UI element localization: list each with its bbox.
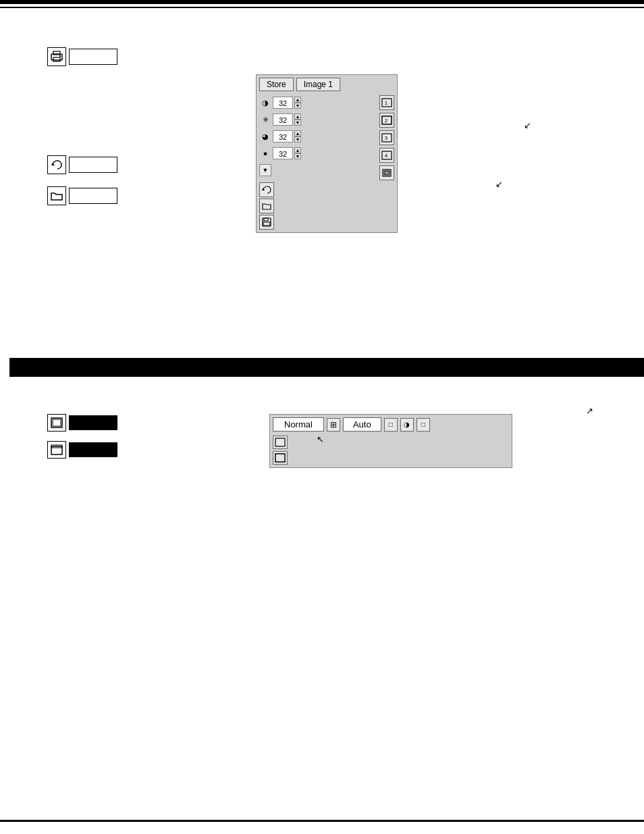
undo-label	[69, 157, 117, 173]
save-panel-button[interactable]	[259, 215, 274, 230]
panel-arrow-annotation2: ↙	[495, 179, 503, 189]
svg-rect-24	[275, 454, 285, 462]
panel-side-buttons: 1 2 3	[379, 95, 394, 230]
lower-left-icons	[47, 414, 117, 459]
section-divider	[9, 358, 644, 377]
color-value: 32	[273, 130, 293, 142]
svg-rect-23	[275, 438, 285, 446]
bottom-row-1	[259, 182, 375, 197]
image1-select[interactable]: 1	[379, 95, 394, 110]
contrast-value: 32	[273, 97, 293, 109]
brightness-arrows: ▲ ▼	[294, 113, 301, 126]
contrast-down[interactable]: ▼	[294, 103, 301, 109]
dropdown-row: ▼	[259, 163, 375, 178]
brightness-up[interactable]: ▲	[294, 113, 301, 120]
svg-text:2: 2	[385, 118, 388, 124]
panel-header: Store Image 1	[259, 78, 394, 91]
top-border-line	[0, 7, 644, 8]
tint-icon: ●	[259, 147, 271, 159]
undo-panel-button[interactable]	[259, 182, 274, 197]
brightness-row: ✳ 32 ▲ ▼	[259, 112, 375, 127]
lower-icon-2[interactable]	[47, 441, 66, 459]
auto-button[interactable]: Auto	[343, 417, 381, 432]
bottom-row-3	[259, 215, 375, 230]
normal-panel: Normal ⊞ Auto □ ◑ □	[269, 414, 512, 468]
brightness-icon: ✳	[259, 113, 271, 126]
tint-up[interactable]: ▲	[294, 147, 301, 153]
print-icon[interactable]	[47, 47, 66, 66]
svg-rect-8	[263, 222, 270, 226]
lower-label-2	[69, 442, 117, 457]
lower-label-1	[69, 415, 117, 430]
image1-button[interactable]: Image 1	[296, 78, 340, 91]
svg-text:1: 1	[385, 100, 388, 106]
upper-left-icons	[47, 47, 117, 66]
folder-panel-button[interactable]	[259, 199, 274, 213]
color-row: ◕ 32 ▲ ▼	[259, 129, 375, 144]
icon-row-2	[47, 155, 117, 174]
lower-icon-row-1	[47, 414, 117, 432]
tint-arrows: ▲ ▼	[294, 147, 301, 159]
color-down[interactable]: ▼	[294, 136, 301, 142]
tint-down[interactable]: ▼	[294, 153, 301, 159]
lower-panel-arrow2: ↗	[586, 406, 593, 416]
folder-label	[69, 188, 117, 204]
svg-rect-7	[264, 218, 268, 221]
upper-left-lower-icons	[47, 155, 117, 205]
color-icon: ◕	[259, 130, 271, 142]
normal-plus-icon[interactable]: ⊞	[327, 418, 340, 432]
lower-icon-row-2	[47, 441, 117, 459]
top-border	[0, 0, 644, 4]
lower-icon-1[interactable]	[47, 414, 66, 432]
undo-icon[interactable]	[47, 155, 66, 174]
bottom-row-2	[259, 199, 375, 213]
contrast-arrows: ▲ ▼	[294, 97, 301, 109]
contrast-icon: ◑	[259, 97, 271, 109]
normal-button[interactable]: Normal	[273, 417, 324, 432]
image2-select[interactable]: 2	[379, 113, 394, 128]
contrast-row: ◑ 32 ▲ ▼	[259, 95, 375, 110]
panel-bottom-icons	[259, 182, 375, 230]
image-panel: Store Image 1 ◑ 32 ▲ ▼ ✳	[256, 74, 398, 233]
contrast-up[interactable]: ▲	[294, 97, 301, 103]
svg-text:3: 3	[385, 135, 388, 141]
color-arrows: ▲ ▼	[294, 130, 301, 142]
icon-row-3	[47, 186, 117, 205]
lower-panel-arrow1: ↖	[317, 434, 324, 444]
normal-icon-2[interactable]: ◑	[400, 418, 414, 432]
brightness-down[interactable]: ▼	[294, 120, 301, 126]
svg-rect-20	[53, 419, 61, 426]
normal-sub-2[interactable]	[273, 451, 288, 465]
tint-value: 32	[273, 147, 293, 159]
svg-rect-1	[53, 57, 60, 61]
bottom-border	[0, 820, 644, 822]
dropdown-button[interactable]: ▼	[259, 164, 271, 176]
upper-section: Store Image 1 ◑ 32 ▲ ▼ ✳	[0, 20, 644, 355]
normal-header: Normal ⊞ Auto □ ◑ □	[273, 417, 509, 432]
brightness-value: 32	[273, 113, 293, 126]
image3-select[interactable]: 3	[379, 130, 394, 145]
image4-select[interactable]: 4	[379, 148, 394, 163]
color-up[interactable]: ▲	[294, 130, 301, 136]
image-extra-select[interactable]	[379, 165, 394, 180]
normal-icon-3[interactable]: □	[417, 418, 430, 432]
normal-sub-rows	[273, 436, 509, 465]
panel-arrow-annotation1: ↙	[524, 120, 531, 130]
svg-rect-3	[59, 55, 61, 57]
svg-text:4: 4	[385, 153, 388, 159]
icon-row-1	[47, 47, 117, 66]
panel-body: ◑ 32 ▲ ▼ ✳ 32 ▲ ▼	[259, 95, 394, 230]
normal-icon-1[interactable]: □	[384, 418, 398, 432]
svg-rect-18	[384, 171, 390, 175]
print-label	[69, 49, 117, 65]
panel-controls: ◑ 32 ▲ ▼ ✳ 32 ▲ ▼	[259, 95, 375, 230]
normal-sub-1[interactable]	[273, 436, 288, 449]
tint-row: ● 32 ▲ ▼	[259, 146, 375, 161]
store-button[interactable]: Store	[259, 78, 294, 91]
folder-icon[interactable]	[47, 186, 66, 205]
